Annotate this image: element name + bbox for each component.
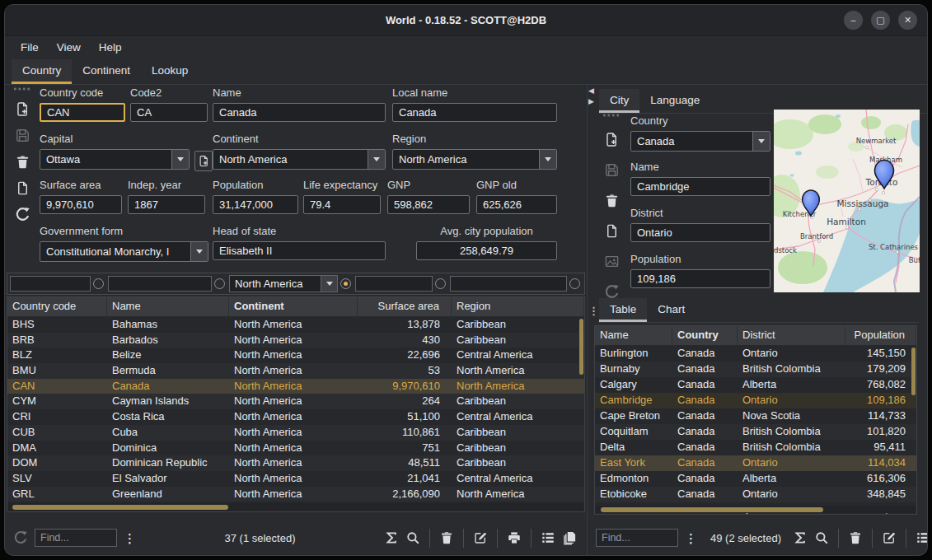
filter-toggle-icon[interactable] bbox=[435, 278, 446, 289]
list-icon[interactable] bbox=[539, 530, 557, 547]
collapse-right-icon[interactable]: ▶ bbox=[588, 98, 594, 105]
menu-view[interactable]: View bbox=[48, 37, 90, 58]
table-row[interactable]: East YorkCanadaOntario114,034 bbox=[595, 455, 916, 471]
vertical-scrollbar[interactable] bbox=[578, 317, 583, 502]
filter-name-input[interactable] bbox=[108, 276, 212, 292]
capital-combobox[interactable]: Ottawa bbox=[40, 149, 190, 170]
chevron-down-icon[interactable] bbox=[539, 150, 556, 169]
table-row[interactable]: EtobicokeCanadaOntario348,845 bbox=[595, 487, 916, 502]
code2-field[interactable] bbox=[130, 103, 208, 122]
column-header-country-code[interactable]: Country code bbox=[7, 297, 107, 316]
column-header-population[interactable]: Population bbox=[845, 326, 916, 345]
trash-icon[interactable] bbox=[846, 530, 864, 547]
copy-pages-icon[interactable] bbox=[560, 530, 578, 547]
tab-language[interactable]: Language bbox=[639, 89, 710, 113]
table-row[interactable]: CANCanadaNorth America9,970,610North Ame… bbox=[7, 379, 584, 394]
column-header-continent[interactable]: Continent bbox=[229, 297, 358, 316]
filter-toggle-icon[interactable] bbox=[569, 278, 580, 289]
tab-chart[interactable]: Chart bbox=[647, 298, 695, 322]
table-row[interactable]: BurlingtonCanadaOntario145,150 bbox=[595, 346, 916, 362]
filter-continent-combobox[interactable]: North America bbox=[229, 275, 338, 292]
more-options-icon[interactable]: ⋮ bbox=[122, 532, 138, 544]
refresh-table-icon[interactable] bbox=[12, 530, 30, 547]
search-icon[interactable] bbox=[404, 530, 422, 547]
find-input[interactable] bbox=[596, 529, 678, 547]
collapse-left-icon[interactable]: ◀ bbox=[588, 87, 594, 95]
table-row[interactable]: BMUBermudaNorth America53North America bbox=[7, 363, 584, 379]
country-code-field[interactable] bbox=[40, 103, 125, 122]
refresh-record-icon[interactable] bbox=[13, 206, 31, 223]
vertical-scrollbar[interactable] bbox=[910, 346, 916, 505]
city-name-field[interactable] bbox=[630, 177, 770, 196]
table-row[interactable]: GRLGreenlandNorth America2,166,090North … bbox=[7, 487, 584, 502]
life-expectancy-field[interactable] bbox=[303, 195, 381, 214]
duplicate-record-icon[interactable] bbox=[13, 180, 31, 197]
column-header-name[interactable]: Name bbox=[595, 326, 672, 345]
filter-toggle-icon[interactable] bbox=[214, 278, 225, 289]
table-row[interactable]: CalgaryCanadaAlberta768,082 bbox=[595, 377, 916, 393]
filter-region-input[interactable] bbox=[450, 276, 567, 292]
edit-icon[interactable] bbox=[880, 530, 898, 547]
city-map[interactable]: NewmarketMarkhamTorontoMississaugaKitche… bbox=[774, 110, 920, 292]
more-options-icon[interactable]: ⋮ bbox=[683, 532, 699, 544]
table-row[interactable]: BLZBelizeNorth America22,696Central Amer… bbox=[7, 348, 584, 363]
city-country-combobox[interactable]: Canada bbox=[630, 131, 770, 152]
close-button[interactable]: ✕ bbox=[898, 11, 917, 30]
table-row[interactable]: EdmontonCanadaAlberta616,306 bbox=[595, 471, 916, 487]
add-record-icon[interactable] bbox=[13, 100, 31, 118]
table-row[interactable]: CoquitlamCanadaBritish Colombia101,820 bbox=[595, 424, 916, 440]
open-capital-record-button[interactable] bbox=[194, 151, 213, 171]
find-input[interactable] bbox=[35, 529, 117, 547]
table-row[interactable]: DMADominicaNorth America751Caribbean bbox=[7, 441, 584, 456]
population-field[interactable] bbox=[213, 195, 298, 214]
sigma-icon[interactable] bbox=[791, 530, 809, 547]
chevron-down-icon[interactable] bbox=[368, 150, 385, 169]
filter-surface-area-input[interactable] bbox=[355, 276, 433, 292]
add-record-icon[interactable] bbox=[602, 131, 621, 148]
tab-country[interactable]: Country bbox=[12, 59, 72, 84]
filter-country-code-input[interactable] bbox=[10, 276, 91, 292]
search-icon[interactable] bbox=[813, 530, 831, 547]
table-row[interactable]: BurnabyCanadaBritish Colombia179,209 bbox=[595, 362, 916, 377]
city-district-field[interactable] bbox=[630, 223, 770, 242]
indep-year-field[interactable] bbox=[128, 195, 205, 214]
table-row[interactable]: CRICosta RicaNorth America51,100Central … bbox=[7, 409, 584, 425]
column-header-country[interactable]: Country bbox=[672, 326, 738, 345]
menu-file[interactable]: File bbox=[12, 37, 48, 58]
table-row[interactable]: BHSBahamasNorth America13,878Caribbean bbox=[7, 317, 584, 333]
horizontal-scrollbar[interactable] bbox=[8, 503, 583, 511]
tab-table[interactable]: Table bbox=[599, 298, 647, 322]
list-icon[interactable] bbox=[914, 530, 928, 547]
column-header-name[interactable]: Name bbox=[107, 297, 229, 316]
table-row[interactable]: DeltaCanadaBritish Colombia95,411 bbox=[595, 440, 916, 455]
tab-city[interactable]: City bbox=[599, 89, 639, 113]
minimize-button[interactable]: – bbox=[844, 11, 863, 30]
print-icon[interactable] bbox=[505, 530, 523, 547]
surface-area-field[interactable] bbox=[40, 195, 122, 214]
horizontal-scrollbar[interactable] bbox=[596, 506, 916, 513]
edit-icon[interactable] bbox=[471, 530, 489, 547]
table-row[interactable]: BRBBarbadosNorth America430Caribbean bbox=[7, 333, 584, 348]
column-header-surface-area[interactable]: Surface area bbox=[358, 297, 452, 316]
region-combobox[interactable]: North America bbox=[392, 149, 557, 170]
chevron-down-icon[interactable] bbox=[321, 276, 337, 292]
show-image-icon[interactable] bbox=[602, 253, 621, 270]
name-field[interactable] bbox=[213, 103, 386, 122]
table-row[interactable]: CYMCayman IslandsNorth America264Caribbe… bbox=[7, 394, 584, 409]
delete-record-icon[interactable] bbox=[13, 153, 31, 170]
save-record-icon[interactable] bbox=[602, 161, 621, 179]
city-population-field[interactable] bbox=[630, 269, 770, 288]
column-header-region[interactable]: Region bbox=[452, 297, 584, 316]
continent-combobox[interactable]: North America bbox=[213, 149, 386, 170]
head-of-state-field[interactable] bbox=[213, 241, 386, 260]
tab-continent[interactable]: Continent bbox=[72, 59, 141, 84]
filter-active-icon[interactable] bbox=[340, 278, 351, 289]
splitter-handle-icon[interactable]: ⋮ bbox=[588, 308, 599, 315]
maximize-button[interactable]: ▢ bbox=[871, 11, 890, 30]
column-header-district[interactable]: District bbox=[738, 326, 845, 345]
duplicate-record-icon[interactable] bbox=[602, 222, 621, 240]
table-row[interactable]: CUBCubaNorth America110,861Caribbean bbox=[7, 425, 584, 441]
table-row[interactable]: SLVEl SalvadorNorth America21,041Central… bbox=[7, 471, 584, 487]
table-row[interactable]: DOMDominican RepublicNorth America48,511… bbox=[7, 455, 584, 471]
chevron-down-icon[interactable] bbox=[752, 132, 770, 151]
